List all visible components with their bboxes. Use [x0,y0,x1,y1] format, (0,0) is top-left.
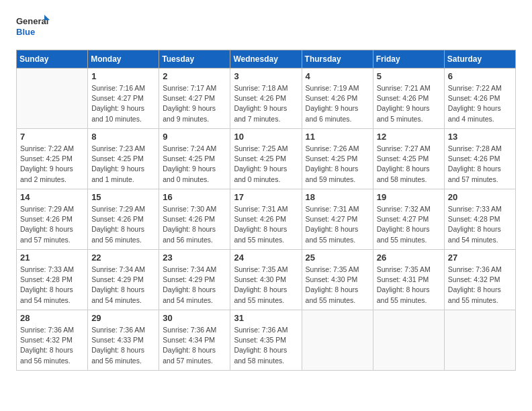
calendar: SundayMondayTuesdayWednesdayThursdayFrid… [16,50,516,371]
header: General Blue [16,13,516,42]
day-cell: 1Sunrise: 7:16 AMSunset: 4:27 PMDaylight… [88,68,159,129]
day-cell [17,68,88,129]
day-info: Sunrise: 7:16 AMSunset: 4:27 PMDaylight:… [91,83,155,124]
week-row-2: 14Sunrise: 7:29 AMSunset: 4:26 PMDayligh… [17,189,516,250]
day-number: 17 [234,192,298,202]
day-info: Sunrise: 7:33 AMSunset: 4:28 PMDaylight:… [448,204,512,245]
day-cell: 16Sunrise: 7:30 AMSunset: 4:26 PMDayligh… [159,189,230,250]
day-info: Sunrise: 7:18 AMSunset: 4:26 PMDaylight:… [234,83,298,124]
day-number: 23 [163,253,226,263]
day-info: Sunrise: 7:19 AMSunset: 4:26 PMDaylight:… [306,83,369,124]
day-number: 13 [448,132,512,142]
svg-text:Blue: Blue [16,27,35,37]
day-info: Sunrise: 7:28 AMSunset: 4:26 PMDaylight:… [448,144,512,185]
week-row-4: 28Sunrise: 7:36 AMSunset: 4:32 PMDayligh… [17,310,516,371]
day-cell: 18Sunrise: 7:31 AMSunset: 4:27 PMDayligh… [302,189,373,250]
day-info: Sunrise: 7:22 AMSunset: 4:25 PMDaylight:… [20,144,84,185]
day-cell: 8Sunrise: 7:23 AMSunset: 4:25 PMDaylight… [88,129,159,189]
day-number: 2 [163,71,226,81]
day-number: 30 [163,313,226,323]
day-number: 18 [306,192,369,202]
day-number: 22 [91,253,155,263]
day-number: 19 [377,192,441,202]
day-number: 10 [234,132,298,142]
day-number: 9 [163,132,226,142]
day-number: 6 [448,71,512,81]
day-cell: 10Sunrise: 7:25 AMSunset: 4:25 PMDayligh… [230,129,302,189]
day-header-friday: Friday [373,50,444,68]
day-info: Sunrise: 7:35 AMSunset: 4:30 PMDaylight:… [306,265,369,306]
day-cell: 4Sunrise: 7:19 AMSunset: 4:26 PMDaylight… [302,68,373,129]
svg-text:General: General [16,16,48,26]
day-info: Sunrise: 7:21 AMSunset: 4:26 PMDaylight:… [377,83,441,124]
day-info: Sunrise: 7:24 AMSunset: 4:25 PMDaylight:… [163,144,226,185]
day-cell: 31Sunrise: 7:36 AMSunset: 4:35 PMDayligh… [230,310,302,371]
day-cell: 11Sunrise: 7:26 AMSunset: 4:25 PMDayligh… [302,129,373,189]
day-number: 28 [20,313,84,323]
day-header-monday: Monday [88,50,159,68]
day-cell: 27Sunrise: 7:36 AMSunset: 4:32 PMDayligh… [444,250,515,310]
day-cell [373,310,444,371]
day-cell: 5Sunrise: 7:21 AMSunset: 4:26 PMDaylight… [373,68,444,129]
day-number: 21 [20,253,84,263]
calendar-header-row: SundayMondayTuesdayWednesdayThursdayFrid… [17,50,516,68]
day-info: Sunrise: 7:22 AMSunset: 4:26 PMDaylight:… [448,83,512,124]
week-row-3: 21Sunrise: 7:33 AMSunset: 4:28 PMDayligh… [17,250,516,310]
day-cell: 24Sunrise: 7:35 AMSunset: 4:30 PMDayligh… [230,250,302,310]
day-number: 12 [377,132,441,142]
day-cell: 2Sunrise: 7:17 AMSunset: 4:27 PMDaylight… [159,68,230,129]
day-cell: 9Sunrise: 7:24 AMSunset: 4:25 PMDaylight… [159,129,230,189]
day-number: 3 [234,71,298,81]
day-cell: 28Sunrise: 7:36 AMSunset: 4:32 PMDayligh… [17,310,88,371]
day-info: Sunrise: 7:30 AMSunset: 4:26 PMDaylight:… [163,204,226,245]
day-cell: 20Sunrise: 7:33 AMSunset: 4:28 PMDayligh… [444,189,515,250]
day-cell: 26Sunrise: 7:35 AMSunset: 4:31 PMDayligh… [373,250,444,310]
day-cell: 22Sunrise: 7:34 AMSunset: 4:29 PMDayligh… [88,250,159,310]
day-number: 20 [448,192,512,202]
day-info: Sunrise: 7:34 AMSunset: 4:29 PMDaylight:… [163,265,226,306]
day-header-saturday: Saturday [444,50,515,68]
day-cell: 15Sunrise: 7:29 AMSunset: 4:26 PMDayligh… [88,189,159,250]
day-cell: 30Sunrise: 7:36 AMSunset: 4:34 PMDayligh… [159,310,230,371]
day-cell: 13Sunrise: 7:28 AMSunset: 4:26 PMDayligh… [444,129,515,189]
day-number: 24 [234,253,298,263]
week-row-1: 7Sunrise: 7:22 AMSunset: 4:25 PMDaylight… [17,129,516,189]
day-info: Sunrise: 7:26 AMSunset: 4:25 PMDaylight:… [306,144,369,185]
day-info: Sunrise: 7:36 AMSunset: 4:33 PMDaylight:… [91,325,155,366]
day-info: Sunrise: 7:36 AMSunset: 4:34 PMDaylight:… [163,325,226,366]
day-number: 4 [306,71,369,81]
day-number: 5 [377,71,441,81]
day-cell: 3Sunrise: 7:18 AMSunset: 4:26 PMDaylight… [230,68,302,129]
day-info: Sunrise: 7:34 AMSunset: 4:29 PMDaylight:… [91,265,155,306]
day-info: Sunrise: 7:33 AMSunset: 4:28 PMDaylight:… [20,265,84,306]
day-number: 27 [448,253,512,263]
day-info: Sunrise: 7:29 AMSunset: 4:26 PMDaylight:… [91,204,155,245]
day-cell: 14Sunrise: 7:29 AMSunset: 4:26 PMDayligh… [17,189,88,250]
day-cell: 23Sunrise: 7:34 AMSunset: 4:29 PMDayligh… [159,250,230,310]
day-header-wednesday: Wednesday [230,50,302,68]
day-cell: 25Sunrise: 7:35 AMSunset: 4:30 PMDayligh… [302,250,373,310]
day-header-thursday: Thursday [302,50,373,68]
day-number: 15 [91,192,155,202]
day-number: 26 [377,253,441,263]
logo: General Blue [16,13,50,42]
day-number: 8 [91,132,155,142]
day-info: Sunrise: 7:36 AMSunset: 4:32 PMDaylight:… [448,265,512,306]
day-info: Sunrise: 7:23 AMSunset: 4:25 PMDaylight:… [91,144,155,185]
day-cell [302,310,373,371]
day-info: Sunrise: 7:31 AMSunset: 4:27 PMDaylight:… [306,204,369,245]
day-number: 25 [306,253,369,263]
day-cell: 12Sunrise: 7:27 AMSunset: 4:25 PMDayligh… [373,129,444,189]
day-cell: 6Sunrise: 7:22 AMSunset: 4:26 PMDaylight… [444,68,515,129]
day-info: Sunrise: 7:32 AMSunset: 4:27 PMDaylight:… [377,204,441,245]
day-info: Sunrise: 7:35 AMSunset: 4:30 PMDaylight:… [234,265,298,306]
day-info: Sunrise: 7:25 AMSunset: 4:25 PMDaylight:… [234,144,298,185]
day-number: 1 [91,71,155,81]
day-info: Sunrise: 7:31 AMSunset: 4:26 PMDaylight:… [234,204,298,245]
day-cell: 21Sunrise: 7:33 AMSunset: 4:28 PMDayligh… [17,250,88,310]
day-number: 14 [20,192,84,202]
day-info: Sunrise: 7:27 AMSunset: 4:25 PMDaylight:… [377,144,441,185]
day-header-sunday: Sunday [17,50,88,68]
day-cell: 19Sunrise: 7:32 AMSunset: 4:27 PMDayligh… [373,189,444,250]
day-info: Sunrise: 7:29 AMSunset: 4:26 PMDaylight:… [20,204,84,245]
